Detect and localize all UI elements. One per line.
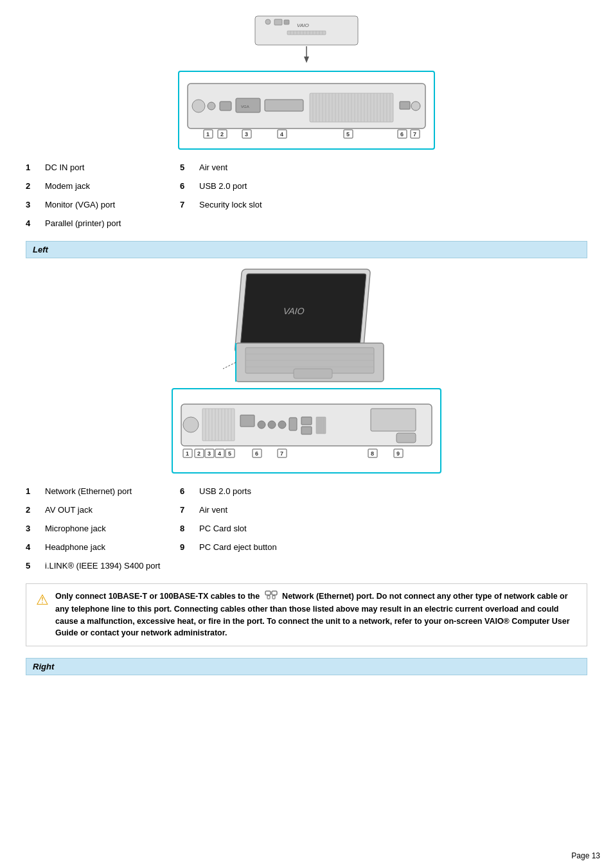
item-text-4: Parallel (printer) port (45, 218, 167, 228)
svg-rect-124 (272, 591, 277, 595)
svg-point-14 (265, 19, 271, 24)
left-item-num-2: 2 (26, 505, 45, 515)
left-item-num-7: 7 (180, 505, 199, 515)
svg-text:VGA: VGA (241, 105, 249, 109)
svg-text:1: 1 (206, 131, 209, 137)
back-panel-diagram: VGA (178, 71, 435, 150)
page-number: Page 13 (571, 851, 600, 860)
item-text-2: Modem jack (45, 181, 167, 191)
svg-rect-97 (301, 427, 312, 434)
svg-point-21 (208, 102, 215, 110)
item-num-2: 2 (26, 181, 45, 191)
svg-rect-15 (274, 19, 282, 25)
left-item-num-3: 3 (26, 524, 45, 533)
svg-rect-0 (255, 16, 358, 45)
svg-rect-98 (316, 417, 326, 434)
left-item-num-6: 6 (180, 486, 199, 496)
item-text-1: DC IN port (45, 163, 167, 172)
warning-box: ⚠ Only connect 10BASE-T or 100BASE-TX ca… (26, 583, 587, 646)
svg-text:3: 3 (208, 450, 211, 457)
svg-point-20 (192, 100, 205, 112)
svg-point-80 (183, 417, 199, 432)
left-item-num-9: 9 (180, 542, 199, 552)
left-section-header: Left (26, 241, 587, 258)
left-item-text-6: USB 2.0 ports (199, 486, 587, 496)
svg-rect-75 (294, 369, 332, 378)
item-num-6: 6 (180, 181, 199, 191)
svg-text:1: 1 (186, 450, 189, 457)
svg-rect-91 (240, 415, 254, 427)
svg-rect-22 (220, 102, 231, 111)
left-item-text-2: AV OUT jack (45, 505, 167, 515)
svg-text:6: 6 (400, 131, 404, 137)
svg-rect-125 (267, 596, 270, 599)
svg-text:VAIO: VAIO (297, 22, 309, 28)
svg-point-93 (268, 421, 276, 429)
item-num-3: 3 (26, 200, 45, 209)
svg-text:2: 2 (220, 131, 224, 137)
item-num-4: 4 (26, 218, 45, 228)
svg-text:7: 7 (280, 450, 283, 457)
warning-icon: ⚠ (36, 592, 49, 608)
svg-point-94 (278, 421, 286, 429)
left-item-num-5: 5 (26, 561, 45, 571)
left-item-text-1: Network (Ethernet) port (45, 486, 167, 496)
left-item-text-9: PC Card eject button (199, 542, 587, 552)
left-item-num-1: 1 (26, 486, 45, 496)
left-item-text-3: Microphone jack (45, 524, 167, 533)
svg-rect-96 (301, 417, 312, 425)
left-item-text-8: PC Card slot (199, 524, 587, 533)
back-top-device: VAIO (236, 13, 377, 71)
svg-rect-126 (272, 596, 275, 599)
svg-rect-104 (396, 433, 416, 443)
svg-text:6: 6 (255, 450, 258, 457)
left-panel-diagram: 1 2 3 4 5 6 7 8 (172, 388, 441, 474)
left-item-text-5: i.LINK® (IEEE 1394) S400 port (45, 561, 167, 571)
svg-marker-18 (304, 57, 309, 63)
svg-text:4: 4 (280, 131, 283, 137)
item-text-6: USB 2.0 port (199, 181, 587, 191)
svg-rect-25 (265, 100, 303, 111)
svg-text:3: 3 (245, 131, 248, 137)
left-diagram: VAIO (26, 266, 587, 474)
svg-text:4: 4 (218, 450, 221, 457)
svg-text:8: 8 (371, 450, 374, 457)
back-labels: 1 DC IN port 5 Air vent 2 Modem jack 6 U… (26, 163, 587, 228)
svg-rect-103 (371, 409, 416, 431)
svg-line-77 (223, 362, 236, 369)
warning-text: Only connect 10BASE-T or 100BASE-TX cabl… (55, 590, 577, 639)
svg-text:9: 9 (396, 450, 400, 457)
item-text-7: Security lock slot (199, 200, 587, 209)
svg-text:7: 7 (413, 131, 416, 137)
left-item-text-7: Air vent (199, 505, 587, 515)
svg-point-53 (411, 102, 420, 111)
left-panel-svg: 1 2 3 4 5 6 7 8 (178, 394, 435, 465)
warning-bold-text: Only connect 10BASE-T or 100BASE-TX cabl… (55, 592, 260, 601)
item-text-5: Air vent (199, 163, 587, 172)
svg-text:VAIO: VAIO (283, 306, 305, 316)
network-icon-inline (265, 590, 278, 603)
svg-text:5: 5 (346, 131, 350, 137)
item-num-1: 1 (26, 163, 45, 172)
left-item-num-8: 8 (180, 524, 199, 533)
right-section-header: Right (26, 658, 587, 675)
back-panel-svg: VGA (184, 77, 429, 141)
svg-text:2: 2 (197, 450, 200, 457)
left-item-text-4: Headphone jack (45, 542, 167, 552)
item-num-5: 5 (180, 163, 199, 172)
left-item-num-4: 4 (26, 542, 45, 552)
svg-rect-16 (284, 20, 289, 24)
svg-rect-95 (289, 418, 297, 430)
left-laptop-svg: VAIO (204, 266, 409, 388)
svg-point-92 (258, 421, 265, 429)
left-labels: 1 Network (Ethernet) port 6 USB 2.0 port… (26, 486, 587, 571)
item-text-3: Monitor (VGA) port (45, 200, 167, 209)
svg-rect-123 (265, 591, 271, 595)
svg-rect-52 (400, 102, 410, 109)
svg-text:5: 5 (228, 450, 231, 457)
item-num-7: 7 (180, 200, 199, 209)
